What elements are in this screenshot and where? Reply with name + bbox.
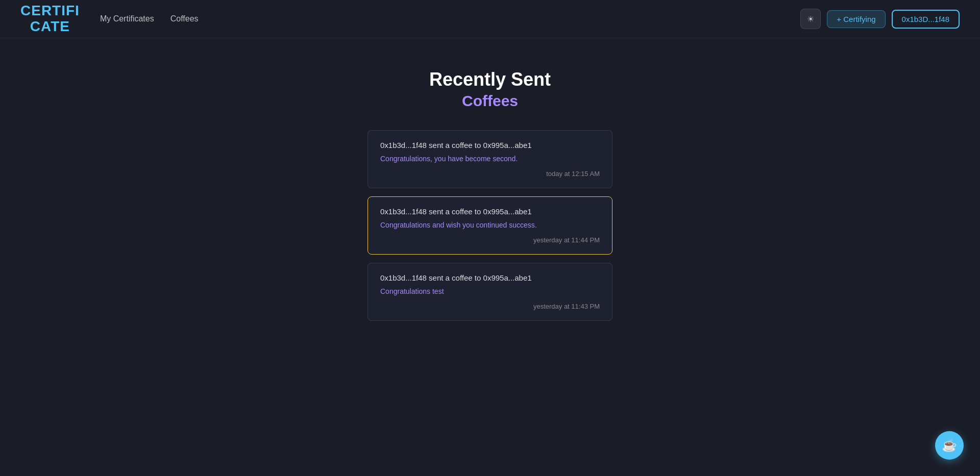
certifying-button[interactable]: + Certifying [827, 10, 885, 28]
logo-line1: CERTIFI [20, 3, 80, 19]
page-title: Recently Sent [429, 69, 551, 90]
coffee-card-1-header: 0x1b3d...1f48 sent a coffee to 0x995a...… [380, 141, 600, 149]
coffee-card-3-message: Congratulations test [380, 287, 600, 295]
logo[interactable]: CERTIFI CATE [20, 3, 80, 35]
coffee-card-3-time: yesterday at 11:43 PM [380, 303, 600, 310]
coffee-card-1: 0x1b3d...1f48 sent a coffee to 0x995a...… [368, 130, 612, 188]
logo-line2: CATE [20, 19, 80, 35]
coffee-card-2-message: Congratulations and wish you continued s… [380, 221, 600, 229]
coffee-card-3: 0x1b3d...1f48 sent a coffee to 0x995a...… [368, 263, 612, 321]
nav-right: ☀ + Certifying 0x1b3D...1f48 [800, 9, 960, 29]
sun-icon: ☀ [807, 14, 814, 24]
main-content: Recently Sent Coffees 0x1b3d...1f48 sent… [0, 38, 980, 321]
navbar: CERTIFI CATE My Certificates Coffees ☀ +… [0, 0, 980, 38]
coffee-card-2-time: yesterday at 11:44 PM [380, 236, 600, 244]
floating-coffee-button[interactable]: ☕ [935, 431, 964, 460]
coffee-card-1-message: Congratulations, you have become second. [380, 155, 600, 163]
coffee-card-2-header: 0x1b3d...1f48 sent a coffee to 0x995a...… [380, 207, 600, 216]
coffee-icon: ☕ [942, 438, 957, 453]
nav-coffees[interactable]: Coffees [170, 14, 199, 23]
nav-my-certificates[interactable]: My Certificates [100, 14, 154, 23]
nav-links: My Certificates Coffees [100, 14, 800, 23]
wallet-button[interactable]: 0x1b3D...1f48 [892, 10, 960, 29]
page-subtitle: Coffees [462, 92, 518, 110]
coffee-card-3-header: 0x1b3d...1f48 sent a coffee to 0x995a...… [380, 273, 600, 282]
coffee-card-2: 0x1b3d...1f48 sent a coffee to 0x995a...… [368, 196, 612, 255]
cards-container: 0x1b3d...1f48 sent a coffee to 0x995a...… [368, 130, 612, 321]
coffee-card-1-time: today at 12:15 AM [380, 170, 600, 178]
theme-toggle-button[interactable]: ☀ [800, 9, 821, 29]
